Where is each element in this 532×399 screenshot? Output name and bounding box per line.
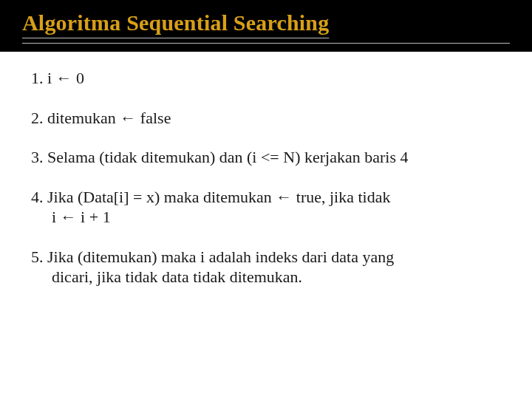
title-band: Algoritma Sequential Searching (0, 10, 532, 48)
step-4: 4. Jika (Data[i] = x) maka ditemukan ← t… (31, 187, 501, 228)
step-1: 1. i ← 0 (31, 68, 501, 89)
step-3: 3. Selama (tidak ditemukan) dan (i <= N)… (31, 147, 501, 168)
slide-title: Algoritma Sequential Searching (22, 10, 510, 35)
title-underline (22, 43, 510, 44)
step-5: 5. Jika (ditemukan) maka i adalah indeks… (31, 247, 501, 287)
step-4-line2: i ← i + 1 (52, 207, 501, 228)
step-5-line2: dicari, jika tidak data tidak ditemukan. (52, 267, 501, 287)
step-2-text: 2. ditemukan ← false (31, 108, 501, 129)
step-5-line1: 5. Jika (ditemukan) maka i adalah indeks… (31, 247, 501, 267)
step-1-text: 1. i ← 0 (31, 68, 501, 89)
slide-body: 1. i ← 0 2. ditemukan ← false 3. Selama … (0, 52, 532, 399)
step-4-line1: 4. Jika (Data[i] = x) maka ditemukan ← t… (31, 187, 501, 208)
step-2: 2. ditemukan ← false (31, 108, 501, 129)
step-3-text: 3. Selama (tidak ditemukan) dan (i <= N)… (31, 147, 501, 168)
slide: Algoritma Sequential Searching 1. i ← 0 … (0, 0, 532, 399)
